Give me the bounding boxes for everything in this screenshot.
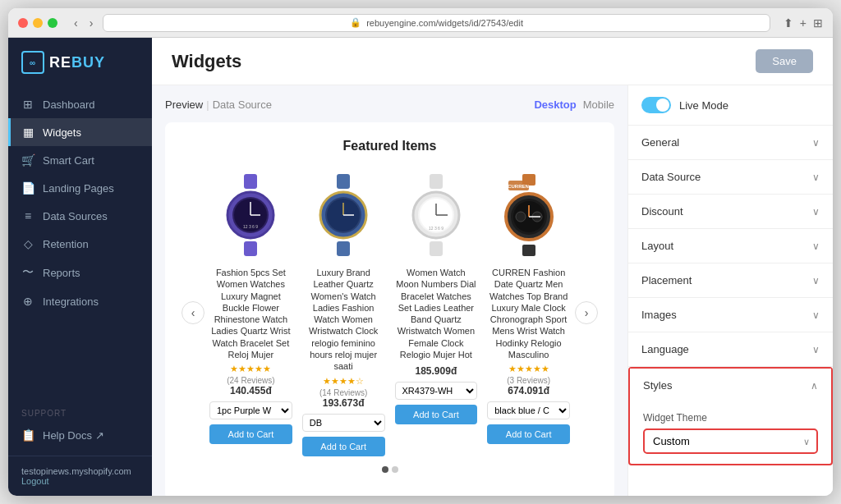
data-sources-icon: ≡ — [21, 209, 34, 222]
accordion-language: Language ∨ — [628, 332, 833, 367]
dashboard-icon: ⊞ — [21, 98, 34, 111]
accordion-styles: Styles ∧ Widget Theme Custom Default Min… — [628, 367, 833, 465]
share-icon[interactable]: ⬆ — [784, 16, 793, 30]
app-layout: ∞ REBUY ⊞ Dashboard ▦ Widgets 🛒 Smart Ca… — [8, 38, 833, 496]
product-reviews: (24 Reviews) — [227, 376, 274, 385]
product-variant-select[interactable]: black blue / C — [487, 401, 570, 419]
live-mode-toggle[interactable] — [641, 97, 671, 113]
sidebar-item-retention[interactable]: ◇ Retention — [8, 230, 152, 258]
grid-icon[interactable]: ⊞ — [813, 16, 823, 30]
sidebar-item-widgets[interactable]: ▦ Widgets — [8, 118, 152, 146]
sidebar-item-landing-pages[interactable]: 📄 Landing Pages — [8, 174, 152, 202]
svg-rect-15 — [430, 174, 443, 189]
view-desktop-btn[interactable]: Desktop — [534, 99, 576, 111]
accordion-discount-header[interactable]: Discount ∨ — [628, 195, 833, 228]
sidebar-item-label: Landing Pages — [43, 182, 114, 195]
accordion-language-header[interactable]: Language ∨ — [628, 332, 833, 366]
support-label: SUPPORT — [8, 405, 152, 421]
sidebar-item-dashboard[interactable]: ⊞ Dashboard — [8, 90, 152, 118]
preview-panel: Preview | Data Source Desktop Mobile Fea… — [152, 85, 627, 496]
add-to-cart-button[interactable]: Add to Cart — [487, 424, 570, 444]
save-button[interactable]: Save — [756, 49, 813, 73]
products-grid: 12 3 6 9 Fashion 5pcs Set Women Watches … — [209, 170, 570, 456]
product-image — [306, 174, 380, 256]
accordion-general: General ∨ — [628, 126, 833, 160]
maximize-button[interactable] — [48, 18, 57, 28]
add-to-cart-button[interactable]: Add to Cart — [302, 437, 385, 456]
sidebar-footer: testopinews.myshopify.com Logout — [8, 456, 152, 496]
lock-icon: 🔒 — [350, 17, 361, 28]
accordion-images-label: Images — [641, 309, 677, 321]
widget-theme-select[interactable]: Custom Default Minimal Bold — [643, 428, 818, 454]
address-bar[interactable]: 🔒 rebuyengine.com/widgets/id/27543/edit — [103, 14, 770, 32]
toggle-thumb — [656, 99, 669, 112]
sidebar-item-help-docs[interactable]: 📋 Help Docs ↗ — [8, 421, 152, 449]
chevron-down-icon: ∨ — [812, 206, 820, 218]
close-button[interactable] — [18, 18, 28, 28]
product-stars: ★★★★☆ — [323, 376, 364, 387]
main-content: Widgets Save Preview | Data Source Deskt… — [152, 38, 833, 496]
main-header: Widgets Save — [152, 38, 833, 85]
accordion-general-header[interactable]: General ∨ — [628, 126, 833, 159]
sidebar-item-data-sources[interactable]: ≡ Data Sources — [8, 202, 152, 230]
forward-button[interactable]: › — [86, 15, 97, 31]
tab-preview[interactable]: Preview — [165, 99, 203, 111]
carousel-next-button[interactable]: › — [575, 301, 598, 324]
accordion-images-header[interactable]: Images ∨ — [628, 298, 833, 332]
new-tab-icon[interactable]: + — [800, 16, 807, 30]
accordion-layout: Layout ∨ — [628, 229, 833, 263]
add-to-cart-button[interactable]: Add to Cart — [209, 424, 292, 444]
product-reviews: (14 Reviews) — [319, 388, 367, 397]
product-image-wrap: 12 3 6 9 — [395, 170, 478, 260]
accordion-general-label: General — [641, 136, 679, 149]
integrations-icon: ⊕ — [21, 295, 34, 308]
accordion-placement: Placement ∨ — [628, 263, 833, 298]
minimize-button[interactable] — [33, 18, 43, 28]
sidebar-item-smart-cart[interactable]: 🛒 Smart Cart — [8, 146, 152, 174]
back-button[interactable]: ‹ — [71, 15, 81, 31]
preview-tabs: Preview | Data Source Desktop Mobile — [165, 99, 614, 111]
product-variant-select[interactable]: XR4379-WH — [395, 382, 478, 400]
carousel-prev-button[interactable]: ‹ — [182, 301, 205, 324]
chevron-down-icon: ∨ — [812, 241, 820, 252]
widget-theme-label: Widget Theme — [643, 412, 818, 424]
accordion-discount-label: Discount — [641, 205, 683, 218]
user-email: testopinews.myshopify.com — [21, 466, 139, 476]
chevron-down-icon: ∨ — [812, 172, 820, 183]
help-icon: 📋 — [21, 428, 34, 442]
product-variant-select[interactable]: 1pc Purple W — [209, 401, 292, 419]
view-mobile-btn[interactable]: Mobile — [583, 99, 614, 111]
product-price: 140.455đ — [230, 385, 272, 396]
accordion-data-source-header[interactable]: Data Source ∨ — [628, 160, 833, 194]
sidebar-item-integrations[interactable]: ⊕ Integrations — [8, 287, 152, 315]
svg-text:CURREN: CURREN — [508, 184, 529, 189]
sidebar-item-reports[interactable]: 〜 Reports — [8, 258, 152, 287]
tab-datasource[interactable]: Data Source — [213, 99, 272, 111]
svg-text:12 3 6 9: 12 3 6 9 — [243, 224, 258, 229]
logout-button[interactable]: Logout — [21, 476, 139, 486]
product-variant-select[interactable]: DB — [302, 414, 385, 432]
product-stars: ★★★★★ — [230, 364, 271, 374]
logo-text: REBUY — [49, 54, 105, 71]
reports-icon: 〜 — [21, 265, 34, 280]
sidebar-item-label: Smart Cart — [43, 154, 94, 167]
sidebar-item-label: Integrations — [43, 296, 99, 308]
product-carousel: ‹ — [182, 170, 598, 456]
sidebar-item-label: Dashboard — [43, 99, 95, 111]
sidebar-item-label: Data Sources — [43, 210, 108, 222]
accordion-styles-header[interactable]: Styles ∧ — [630, 369, 831, 402]
preview-content: Featured Items ‹ — [165, 122, 614, 496]
accordion-layout-header[interactable]: Layout ∨ — [628, 229, 833, 263]
product-price: 674.091đ — [508, 385, 549, 396]
sidebar-item-label: Help Docs ↗ — [43, 429, 104, 442]
product-price: 193.673đ — [323, 397, 365, 409]
product-image: 12 3 6 9 — [214, 174, 287, 256]
product-image: 12 3 6 9 — [399, 174, 473, 256]
product-card: 12 3 6 9 Women Watch Moon Numbers Dial B… — [395, 170, 478, 456]
accordion-placement-header[interactable]: Placement ∨ — [628, 263, 833, 297]
logo-icon: ∞ — [21, 51, 44, 74]
product-card: CURREN — [487, 170, 570, 456]
add-to-cart-button[interactable]: Add to Cart — [395, 405, 478, 424]
product-price: 185.909đ — [416, 365, 457, 377]
cart-icon: 🛒 — [21, 153, 34, 167]
